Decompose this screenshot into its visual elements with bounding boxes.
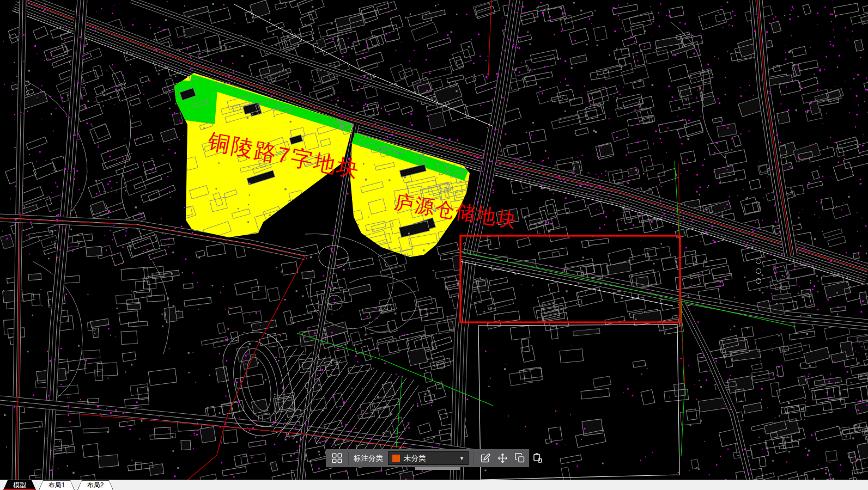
edit-button[interactable] <box>479 452 491 464</box>
toolbar-separator <box>474 452 474 465</box>
cad-application-window: 铜陵路7字地块庐源仓储地块 标注分类 未分类 ▼ <box>0 0 868 490</box>
tab-model[interactable]: 模型 <box>3 480 36 490</box>
color-swatch <box>392 455 400 462</box>
edit-icon <box>479 452 491 464</box>
toolbar-separator <box>348 452 349 465</box>
tab-layout1[interactable]: 布局1 <box>39 480 75 490</box>
move-icon <box>497 452 508 464</box>
apps-grid-icon <box>331 452 343 464</box>
copy-icon <box>514 452 526 464</box>
drawing-canvas[interactable]: 铜陵路7字地块庐源仓储地块 <box>0 0 868 480</box>
move-button[interactable] <box>496 452 509 464</box>
chevron-down-icon: ▼ <box>459 456 464 461</box>
apps-grid-button[interactable] <box>331 452 343 464</box>
tab-layout1-label: 布局1 <box>48 481 65 490</box>
category-value: 未分类 <box>404 454 456 463</box>
tab-layout2[interactable]: 布局2 <box>77 480 113 490</box>
paste-icon <box>532 452 543 464</box>
category-label: 标注分类 <box>354 454 383 463</box>
paste-button[interactable] <box>531 452 544 464</box>
tab-layout2-label: 布局2 <box>87 481 104 490</box>
toolbar-drag-handle[interactable] <box>415 467 460 470</box>
layout-tab-bar: 模型 布局1 布局2 <box>0 480 868 490</box>
copy-button[interactable] <box>514 452 526 464</box>
category-dropdown[interactable]: 未分类 ▼ <box>388 451 469 465</box>
annotation-toolbar: 标注分类 未分类 ▼ <box>326 449 529 467</box>
